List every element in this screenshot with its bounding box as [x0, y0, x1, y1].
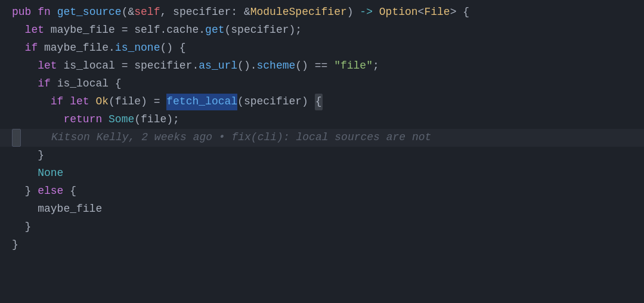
- code-line-1: pub fn get_source(&self, specifier: &Mod…: [0, 4, 644, 21]
- code-line-9: }: [0, 147, 644, 165]
- code-line-7: return Some(file);: [0, 111, 644, 129]
- code-line-10: None: [0, 165, 644, 183]
- code-line-5: if is_local {: [0, 75, 644, 93]
- code-editor[interactable]: pub fn get_source(&self, specifier: &Mod…: [0, 0, 644, 258]
- code-line-4: let is_local = specifier.as_url().scheme…: [0, 57, 644, 75]
- code-line-14: }: [0, 236, 644, 254]
- code-line-11: } else {: [0, 183, 644, 200]
- code-line-13: }: [0, 218, 644, 236]
- code-line-6: if let Ok(file) = fetch_local(specifier)…: [0, 93, 644, 111]
- code-line-8: } Kitson Kelly, 2 weeks ago • fix(cli): …: [0, 129, 644, 147]
- code-line-2: let maybe_file = self.cache.get(specifie…: [0, 21, 644, 39]
- code-line-3: if maybe_file.is_none() {: [0, 39, 644, 57]
- code-line-12: maybe_file: [0, 200, 644, 218]
